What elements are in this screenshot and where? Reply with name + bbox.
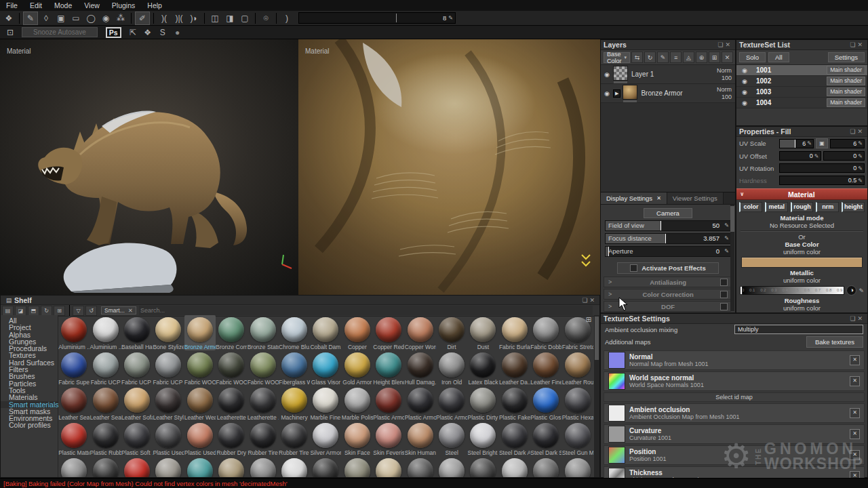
material-swatch[interactable]: Fabric WOO... — [184, 350, 216, 386]
material-swatch[interactable] — [121, 456, 153, 477]
close-icon[interactable]: ✕ — [857, 41, 865, 48]
material-swatch[interactable]: Marble Fine ... — [310, 386, 341, 421]
panel-toggle-icon[interactable]: ⊡ — [3, 26, 17, 39]
remove-map-button[interactable]: ✕ — [850, 355, 860, 365]
material-swatch[interactable] — [436, 456, 467, 477]
main-shader-button[interactable]: Main shader — [827, 98, 865, 107]
uv-offset-y-field[interactable]: 0✎ — [823, 151, 865, 161]
material-view-icon[interactable]: ◫ — [208, 12, 222, 24]
popout-icon[interactable]: ❏ — [582, 297, 589, 304]
slider-focus-distance[interactable]: Focus distance3.857✎ — [605, 233, 731, 244]
popout-icon[interactable]: ❏ — [850, 315, 857, 322]
photoshop-plugin-icon[interactable]: Ps — [106, 27, 121, 38]
update-shelf-icon[interactable]: ↻ — [41, 306, 52, 316]
material-swatch[interactable] — [184, 456, 216, 477]
material-swatch[interactable]: Fabric UCP ... — [153, 350, 184, 386]
menu-plugins[interactable]: Plugins — [106, 1, 141, 9]
material-swatch[interactable] — [216, 456, 247, 477]
material-swatch[interactable] — [373, 456, 404, 477]
material-swatch[interactable]: Leatherette ... — [247, 386, 278, 421]
material-swatch[interactable]: Plastic Used... — [153, 421, 184, 456]
all-button[interactable]: All — [768, 52, 789, 62]
clone-tool-icon[interactable]: ◉ — [99, 12, 113, 24]
material-swatch[interactable]: Silver Armor — [310, 421, 341, 456]
main-shader-button[interactable]: Main shader — [827, 66, 865, 75]
material-swatch[interactable]: Fabric Burlap — [499, 315, 530, 350]
grayscale-toggle-icon[interactable]: ◑ — [846, 285, 856, 296]
textureset-row[interactable]: ◉1002Main shader — [736, 76, 867, 87]
material-swatch[interactable] — [247, 456, 278, 477]
material-swatch[interactable]: Bone Stylized — [153, 315, 184, 350]
blend-icon[interactable]: ≡ — [670, 52, 682, 63]
material-swatch[interactable]: Rubber Dry — [216, 421, 247, 456]
material-swatch[interactable]: Rubber Tire ... — [279, 421, 310, 456]
material-swatch[interactable]: Fabric WOO... — [216, 350, 247, 386]
export-resources-icon[interactable]: ⬒ — [28, 306, 39, 316]
base-color-swatch[interactable] — [741, 257, 863, 268]
category-color-profiles[interactable]: Color profiles — [1, 422, 58, 428]
material-swatch[interactable]: Plastic Soft ... — [121, 421, 153, 456]
material-swatch[interactable]: Marble Polis... — [342, 386, 373, 421]
layer-row[interactable]: ◉▶Bronze ArmorNorm100 — [601, 84, 735, 103]
menu-view[interactable]: View — [78, 1, 106, 9]
particles-tool-icon[interactable]: ⁂ — [114, 12, 127, 24]
channel-button-nrm[interactable]: nrm — [816, 202, 839, 212]
export-plugin-icon[interactable]: ⇱ — [126, 26, 140, 39]
visibility-eye-icon[interactable]: ◉ — [738, 100, 751, 106]
filter-icon[interactable]: ▽ — [73, 306, 84, 316]
ao-mixing-dropdown[interactable]: Multiply — [734, 325, 863, 334]
snooze-autosave-button[interactable]: Snooze Autosave — [22, 27, 98, 37]
viewport-3d[interactable]: Material — [0, 39, 299, 295]
folder-expand-icon[interactable]: ▶ — [613, 89, 620, 98]
material-section-header[interactable]: ∨ Material — [736, 188, 867, 200]
material-swatch[interactable]: Plastic Armo... — [436, 386, 467, 421]
material-swatch[interactable]: Fabric UCP — [90, 350, 121, 386]
camera-section-button[interactable]: Camera — [644, 208, 692, 218]
channel-selector-dropdown[interactable]: Base Color▾ — [604, 52, 630, 63]
layer-row[interactable]: ◉Layer 1Norm100 — [601, 65, 735, 84]
effect-icon[interactable]: ◬ — [683, 52, 694, 63]
remove-map-button[interactable]: ✕ — [850, 429, 860, 439]
material-swatch[interactable]: Plastic Fake ... — [499, 386, 530, 421]
remove-map-button[interactable]: ✕ — [850, 408, 860, 418]
material-swatch[interactable]: Leatherette — [216, 386, 247, 421]
material-swatch[interactable]: Baseball Hat... — [121, 315, 153, 350]
menu-help[interactable]: Help — [141, 1, 168, 9]
flow-slider[interactable]: 8 ✎ — [298, 12, 456, 24]
settings-button[interactable]: Settings — [828, 52, 865, 62]
textureset-row[interactable]: ◉1003Main shader — [736, 87, 867, 98]
material-swatch[interactable]: Latex Black — [467, 350, 498, 386]
material-swatch[interactable]: Steel Dark A... — [499, 421, 530, 456]
material-swatch[interactable] — [58, 456, 90, 477]
material-swatch[interactable] — [153, 456, 184, 477]
paint-effect-icon[interactable]: ✎ — [657, 52, 669, 63]
material-swatch[interactable]: Leather Styli... — [153, 386, 184, 421]
section-antialiasing[interactable]: >Antialiasing — [604, 277, 731, 287]
uv-offset-x-field[interactable]: 0✎ — [779, 151, 821, 161]
material-swatch[interactable]: Fiberglass W... — [279, 350, 310, 386]
no-resource-label[interactable]: No Resource Selected — [736, 222, 867, 229]
material-swatch[interactable]: Gold Armor — [342, 350, 373, 386]
material-swatch[interactable]: Copper — [342, 315, 373, 350]
material-swatch[interactable]: Height Blend — [373, 350, 404, 386]
search-input[interactable] — [139, 306, 593, 315]
channel-button-rough[interactable]: rough — [791, 202, 814, 212]
metallic-slider[interactable]: 00.10.20.30.40.50.60.70.80.9 — [740, 286, 844, 295]
material-swatch[interactable]: Steel Bright ... — [467, 421, 498, 456]
chevron-right-icon[interactable]: > — [608, 279, 612, 285]
smudge-tool-icon[interactable]: ◯ — [84, 12, 98, 24]
material-swatch[interactable]: Skin Feverish — [373, 421, 404, 456]
textureset-row[interactable]: ◉1004Main shader — [736, 98, 867, 108]
chevron-right-icon[interactable]: > — [608, 303, 612, 310]
menu-file[interactable]: File — [0, 1, 24, 9]
material-swatch[interactable]: Cobalt Dam... — [310, 315, 341, 350]
color-picker-icon[interactable]: ✐ — [135, 12, 150, 25]
material-swatch[interactable]: Leather Wea... — [184, 386, 216, 421]
material-swatch[interactable]: Leather Sofa — [121, 386, 153, 421]
uv-scale-x-field[interactable]: 6✎ — [779, 139, 814, 148]
import-resources-icon[interactable]: ◪ — [15, 306, 26, 316]
material-swatch[interactable]: Steel Dark St... — [530, 421, 561, 456]
new-folder-icon[interactable]: ▤ — [2, 306, 14, 316]
remove-map-button[interactable]: ✕ — [850, 376, 860, 386]
material-swatch[interactable] — [342, 456, 373, 477]
